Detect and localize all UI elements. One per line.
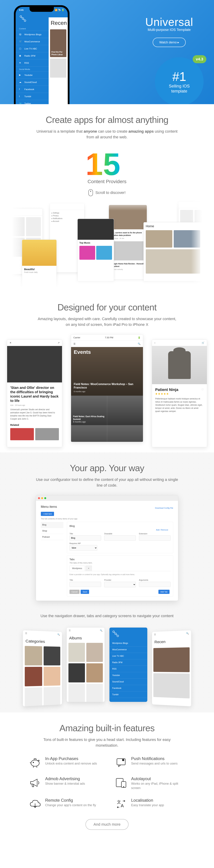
section-lead: Universal is a template that anyone can … xyxy=(36,128,178,140)
close-icon[interactable]: ✕ xyxy=(9,341,11,344)
youtube-icon: ▶ xyxy=(19,73,22,76)
event-cell[interactable] xyxy=(107,396,143,425)
product-desc: Pellentesque habitant morbi tristique se… xyxy=(155,397,204,413)
cancel-button[interactable]: Cancel xyxy=(69,590,80,594)
scroll-hint: Scroll to discover! xyxy=(88,189,126,196)
menu-item[interactable]: RSS xyxy=(110,666,147,672)
megaphone-icon xyxy=(29,776,41,789)
section-heading: Create apps for almost anything xyxy=(46,115,168,125)
status-time: 9:41 xyxy=(19,9,24,11)
section-features: Amazing built-in features Tons of built-… xyxy=(0,712,214,840)
extension-input[interactable] xyxy=(139,535,171,540)
event-cell[interactable] xyxy=(71,425,107,442)
section-designed: Designed for your content Amazing layout… xyxy=(0,299,214,453)
providers-count: 15+ xyxy=(86,149,128,180)
event-cell[interactable]: Field Notes: East Africa Scaling Summit8… xyxy=(71,396,107,425)
section-lead: Use our configurator tool to define the … xyxy=(36,477,178,488)
menu-item[interactable]: Radio 3FM xyxy=(110,659,147,666)
favorite-icon[interactable]: ♡ xyxy=(201,388,204,391)
feature-push: Push NotificationsSend messages and urls… xyxy=(115,756,185,769)
feature-admob: Admob AdvertisingShow banner & interstia… xyxy=(29,776,99,790)
feature-autolayout: AutolayoutWorks on any iPad, iPhone & sp… xyxy=(115,776,185,790)
arguments-input[interactable] xyxy=(139,582,171,587)
section-heading: Designed for your content xyxy=(58,302,156,312)
soundcloud-icon: ☁ xyxy=(19,81,22,84)
menu-item[interactable]: Live TV ABC xyxy=(110,653,147,659)
more-button[interactable]: And much more xyxy=(86,819,128,830)
search-icon[interactable]: 🔍 xyxy=(57,633,60,636)
drawer-menu: Wordpress Blogs WooCommerce Live TV ABC … xyxy=(109,627,148,702)
svg-text:A: A xyxy=(121,803,124,808)
config-item[interactable]: Podcast xyxy=(41,534,63,540)
share-icon[interactable]: ↗ xyxy=(58,341,60,344)
cart-icon[interactable]: 🛒 xyxy=(202,341,205,344)
add-item-button[interactable]: + Add item xyxy=(41,512,54,516)
devices-icon xyxy=(115,776,127,789)
content-card[interactable]: Find the Per Photo Librar xyxy=(50,29,66,57)
section-heading: Your app. Your way xyxy=(70,463,144,473)
download-config-link[interactable]: Download Config File xyxy=(155,507,173,509)
menu-item[interactable]: WooCommerce xyxy=(110,647,147,653)
woocommerce-icon: 🛒 xyxy=(19,40,22,43)
facebook-icon: f xyxy=(19,88,22,91)
content-card[interactable] xyxy=(50,59,66,78)
notification-icon xyxy=(115,756,127,769)
menu-item[interactable]: Facebook xyxy=(110,685,147,691)
search-icon[interactable]: 🔍 xyxy=(100,629,102,632)
menu-item[interactable]: SoundCloud xyxy=(110,679,147,685)
tab-title-input[interactable] xyxy=(69,582,101,587)
tumblr-icon: t xyxy=(19,95,22,98)
config-item[interactable]: Shop xyxy=(41,528,63,534)
iap-select[interactable]: false xyxy=(69,545,97,551)
section-configurator: Your app. Your way Use our configurator … xyxy=(0,453,214,712)
product-subtitle: Multi-purpose IOS Template xyxy=(145,28,193,32)
article-body: Universal's premier Studio set director … xyxy=(10,408,59,421)
hero-banner: 9:41📶 📡 🔋 Content ⓦWordpress Blogs 🛒WooC… xyxy=(0,0,214,104)
drawable-input[interactable] xyxy=(104,535,136,540)
menu-icon[interactable]: ☰ xyxy=(154,633,156,636)
menu-icon[interactable]: ☰ xyxy=(69,629,71,632)
config-item[interactable]: Blog xyxy=(41,522,63,528)
title-input[interactable] xyxy=(69,535,101,540)
rss-icon: ≋ xyxy=(19,61,22,64)
rating-stars: ★★★★★ xyxy=(155,392,204,396)
feature-localisation: 文A LocalisationEasy translate your app xyxy=(115,798,185,810)
event-cell[interactable] xyxy=(107,425,143,442)
save-button[interactable]: Save xyxy=(81,590,89,594)
menu-icon[interactable]: ☰ xyxy=(73,342,75,345)
mockup-events-ipad: Carrier7:30 PM🔋 ☰🔍 Events Field Notes: W… xyxy=(71,334,143,442)
section-lead: Amazing layouts, designed with care. Car… xyxy=(36,316,178,328)
twitter-icon: 🐦 xyxy=(19,102,22,104)
section-create-apps: Create apps for almost anything Universa… xyxy=(0,104,214,299)
translate-icon: 文A xyxy=(115,798,127,810)
svg-point-10 xyxy=(122,759,124,761)
config-heading: Menu items xyxy=(41,505,57,509)
product-title: Patient Ninja xyxy=(155,387,178,392)
menu-icon[interactable]: ☰ xyxy=(25,632,27,635)
drawer-recent: ☰🔍 Recen xyxy=(152,630,191,707)
section-heading: Amazing built-in features xyxy=(59,723,154,733)
add-tab-button[interactable]: Add Tab xyxy=(158,590,170,594)
menu-item[interactable]: Tumblr xyxy=(110,691,147,698)
feature-remote: Remote ConfigChange your app's content o… xyxy=(29,798,99,810)
config-tab[interactable]: Wordpress xyxy=(69,566,85,571)
search-icon[interactable]: 🔍 xyxy=(138,342,141,345)
product-title: Universal xyxy=(145,16,193,28)
search-icon[interactable]: 🔍 xyxy=(186,632,189,635)
svg-rect-8 xyxy=(34,758,36,760)
config-tab-add[interactable]: + xyxy=(86,566,92,571)
status-right: 📶 📡 🔋 xyxy=(55,9,64,11)
event-hero[interactable]: Events Field Notes: WooCommerce Workshop… xyxy=(71,347,143,396)
phone-content-panel: Recen Find the Per Photo Librar xyxy=(49,18,68,104)
watch-demo-button[interactable]: Watch demo ▸ xyxy=(153,38,186,47)
addremove-link[interactable]: Add / Remove xyxy=(156,529,168,531)
svg-text:文: 文 xyxy=(117,800,121,804)
section-lead: Tons of built-in features to give you a … xyxy=(36,737,178,748)
provider-select[interactable] xyxy=(104,582,136,587)
back-icon[interactable]: ‹ xyxy=(154,341,155,344)
article-title: 'Stan and Ollie' director on the difficu… xyxy=(10,385,59,403)
menu-item[interactable]: Wordpress Blogs xyxy=(110,640,147,647)
mockup-product: ‹🛒 Patient Ninja ♡ ★★★★★ Pellentesque ha… xyxy=(152,340,207,447)
menu-item[interactable]: Youtube xyxy=(110,672,147,679)
product-image xyxy=(168,351,191,379)
